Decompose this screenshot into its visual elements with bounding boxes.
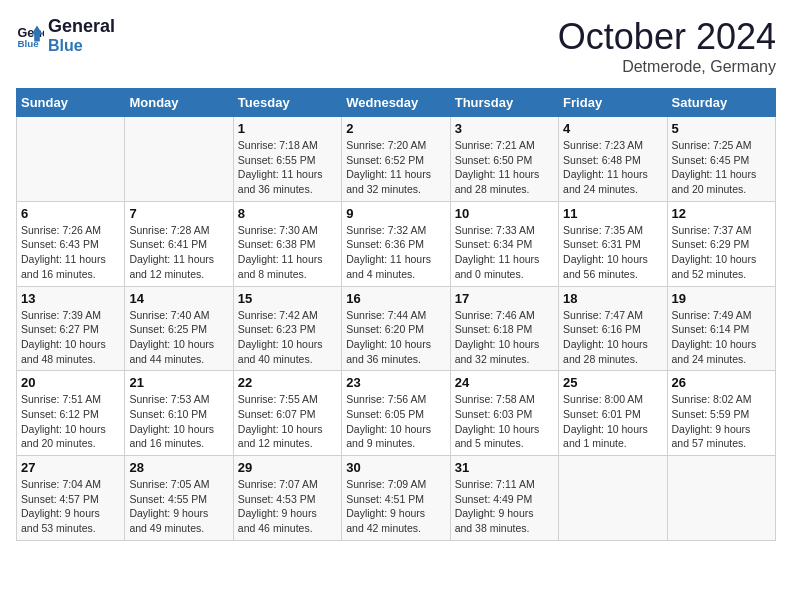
weekday-header-saturday: Saturday (667, 89, 775, 117)
page-header: General Blue General Blue October 2024 D… (16, 16, 776, 76)
day-info: Sunrise: 7:55 AM Sunset: 6:07 PM Dayligh… (238, 392, 337, 451)
calendar-cell: 17Sunrise: 7:46 AM Sunset: 6:18 PM Dayli… (450, 286, 558, 371)
day-info: Sunrise: 7:51 AM Sunset: 6:12 PM Dayligh… (21, 392, 120, 451)
day-number: 18 (563, 291, 662, 306)
month-title: October 2024 (558, 16, 776, 58)
weekday-header-friday: Friday (559, 89, 667, 117)
day-info: Sunrise: 7:39 AM Sunset: 6:27 PM Dayligh… (21, 308, 120, 367)
day-number: 30 (346, 460, 445, 475)
day-info: Sunrise: 7:40 AM Sunset: 6:25 PM Dayligh… (129, 308, 228, 367)
calendar-cell: 3Sunrise: 7:21 AM Sunset: 6:50 PM Daylig… (450, 117, 558, 202)
day-number: 11 (563, 206, 662, 221)
week-row-5: 27Sunrise: 7:04 AM Sunset: 4:57 PM Dayli… (17, 456, 776, 541)
calendar-cell: 19Sunrise: 7:49 AM Sunset: 6:14 PM Dayli… (667, 286, 775, 371)
calendar-cell: 12Sunrise: 7:37 AM Sunset: 6:29 PM Dayli… (667, 201, 775, 286)
calendar-table: SundayMondayTuesdayWednesdayThursdayFrid… (16, 88, 776, 541)
day-info: Sunrise: 7:37 AM Sunset: 6:29 PM Dayligh… (672, 223, 771, 282)
calendar-cell: 5Sunrise: 7:25 AM Sunset: 6:45 PM Daylig… (667, 117, 775, 202)
calendar-cell: 18Sunrise: 7:47 AM Sunset: 6:16 PM Dayli… (559, 286, 667, 371)
day-number: 6 (21, 206, 120, 221)
calendar-cell: 21Sunrise: 7:53 AM Sunset: 6:10 PM Dayli… (125, 371, 233, 456)
calendar-cell: 8Sunrise: 7:30 AM Sunset: 6:38 PM Daylig… (233, 201, 341, 286)
day-info: Sunrise: 7:04 AM Sunset: 4:57 PM Dayligh… (21, 477, 120, 536)
weekday-header-tuesday: Tuesday (233, 89, 341, 117)
day-info: Sunrise: 7:32 AM Sunset: 6:36 PM Dayligh… (346, 223, 445, 282)
title-block: October 2024 Detmerode, Germany (558, 16, 776, 76)
calendar-cell: 31Sunrise: 7:11 AM Sunset: 4:49 PM Dayli… (450, 456, 558, 541)
calendar-cell: 22Sunrise: 7:55 AM Sunset: 6:07 PM Dayli… (233, 371, 341, 456)
calendar-cell: 28Sunrise: 7:05 AM Sunset: 4:55 PM Dayli… (125, 456, 233, 541)
day-info: Sunrise: 7:09 AM Sunset: 4:51 PM Dayligh… (346, 477, 445, 536)
calendar-cell: 16Sunrise: 7:44 AM Sunset: 6:20 PM Dayli… (342, 286, 450, 371)
calendar-cell: 25Sunrise: 8:00 AM Sunset: 6:01 PM Dayli… (559, 371, 667, 456)
day-info: Sunrise: 7:11 AM Sunset: 4:49 PM Dayligh… (455, 477, 554, 536)
day-info: Sunrise: 7:33 AM Sunset: 6:34 PM Dayligh… (455, 223, 554, 282)
logo-general: General (48, 16, 115, 37)
calendar-cell (667, 456, 775, 541)
logo-icon: General Blue (16, 22, 44, 50)
calendar-cell: 14Sunrise: 7:40 AM Sunset: 6:25 PM Dayli… (125, 286, 233, 371)
calendar-cell: 24Sunrise: 7:58 AM Sunset: 6:03 PM Dayli… (450, 371, 558, 456)
day-number: 22 (238, 375, 337, 390)
day-number: 13 (21, 291, 120, 306)
weekday-header-monday: Monday (125, 89, 233, 117)
week-row-4: 20Sunrise: 7:51 AM Sunset: 6:12 PM Dayli… (17, 371, 776, 456)
day-number: 1 (238, 121, 337, 136)
day-number: 21 (129, 375, 228, 390)
day-number: 17 (455, 291, 554, 306)
day-number: 10 (455, 206, 554, 221)
day-number: 7 (129, 206, 228, 221)
day-info: Sunrise: 7:28 AM Sunset: 6:41 PM Dayligh… (129, 223, 228, 282)
day-number: 12 (672, 206, 771, 221)
day-info: Sunrise: 7:30 AM Sunset: 6:38 PM Dayligh… (238, 223, 337, 282)
day-number: 14 (129, 291, 228, 306)
day-info: Sunrise: 7:20 AM Sunset: 6:52 PM Dayligh… (346, 138, 445, 197)
day-number: 23 (346, 375, 445, 390)
day-number: 15 (238, 291, 337, 306)
calendar-cell: 15Sunrise: 7:42 AM Sunset: 6:23 PM Dayli… (233, 286, 341, 371)
calendar-cell: 6Sunrise: 7:26 AM Sunset: 6:43 PM Daylig… (17, 201, 125, 286)
day-info: Sunrise: 7:26 AM Sunset: 6:43 PM Dayligh… (21, 223, 120, 282)
calendar-cell: 4Sunrise: 7:23 AM Sunset: 6:48 PM Daylig… (559, 117, 667, 202)
calendar-cell: 13Sunrise: 7:39 AM Sunset: 6:27 PM Dayli… (17, 286, 125, 371)
day-info: Sunrise: 7:58 AM Sunset: 6:03 PM Dayligh… (455, 392, 554, 451)
calendar-cell: 26Sunrise: 8:02 AM Sunset: 5:59 PM Dayli… (667, 371, 775, 456)
calendar-cell: 11Sunrise: 7:35 AM Sunset: 6:31 PM Dayli… (559, 201, 667, 286)
day-number: 4 (563, 121, 662, 136)
day-info: Sunrise: 7:46 AM Sunset: 6:18 PM Dayligh… (455, 308, 554, 367)
day-info: Sunrise: 7:07 AM Sunset: 4:53 PM Dayligh… (238, 477, 337, 536)
day-info: Sunrise: 8:02 AM Sunset: 5:59 PM Dayligh… (672, 392, 771, 451)
day-number: 29 (238, 460, 337, 475)
day-info: Sunrise: 7:44 AM Sunset: 6:20 PM Dayligh… (346, 308, 445, 367)
day-number: 26 (672, 375, 771, 390)
logo: General Blue General Blue (16, 16, 115, 55)
day-number: 9 (346, 206, 445, 221)
day-number: 24 (455, 375, 554, 390)
calendar-cell: 29Sunrise: 7:07 AM Sunset: 4:53 PM Dayli… (233, 456, 341, 541)
weekday-header-row: SundayMondayTuesdayWednesdayThursdayFrid… (17, 89, 776, 117)
calendar-cell: 10Sunrise: 7:33 AM Sunset: 6:34 PM Dayli… (450, 201, 558, 286)
weekday-header-sunday: Sunday (17, 89, 125, 117)
day-number: 25 (563, 375, 662, 390)
day-info: Sunrise: 7:49 AM Sunset: 6:14 PM Dayligh… (672, 308, 771, 367)
day-info: Sunrise: 7:05 AM Sunset: 4:55 PM Dayligh… (129, 477, 228, 536)
day-info: Sunrise: 7:53 AM Sunset: 6:10 PM Dayligh… (129, 392, 228, 451)
weekday-header-thursday: Thursday (450, 89, 558, 117)
day-info: Sunrise: 7:42 AM Sunset: 6:23 PM Dayligh… (238, 308, 337, 367)
day-info: Sunrise: 7:25 AM Sunset: 6:45 PM Dayligh… (672, 138, 771, 197)
day-number: 19 (672, 291, 771, 306)
week-row-3: 13Sunrise: 7:39 AM Sunset: 6:27 PM Dayli… (17, 286, 776, 371)
calendar-cell: 27Sunrise: 7:04 AM Sunset: 4:57 PM Dayli… (17, 456, 125, 541)
calendar-cell: 30Sunrise: 7:09 AM Sunset: 4:51 PM Dayli… (342, 456, 450, 541)
day-number: 2 (346, 121, 445, 136)
day-number: 16 (346, 291, 445, 306)
weekday-header-wednesday: Wednesday (342, 89, 450, 117)
day-number: 3 (455, 121, 554, 136)
calendar-cell: 2Sunrise: 7:20 AM Sunset: 6:52 PM Daylig… (342, 117, 450, 202)
day-info: Sunrise: 7:35 AM Sunset: 6:31 PM Dayligh… (563, 223, 662, 282)
day-info: Sunrise: 7:21 AM Sunset: 6:50 PM Dayligh… (455, 138, 554, 197)
day-info: Sunrise: 8:00 AM Sunset: 6:01 PM Dayligh… (563, 392, 662, 451)
calendar-cell: 7Sunrise: 7:28 AM Sunset: 6:41 PM Daylig… (125, 201, 233, 286)
day-number: 8 (238, 206, 337, 221)
week-row-2: 6Sunrise: 7:26 AM Sunset: 6:43 PM Daylig… (17, 201, 776, 286)
